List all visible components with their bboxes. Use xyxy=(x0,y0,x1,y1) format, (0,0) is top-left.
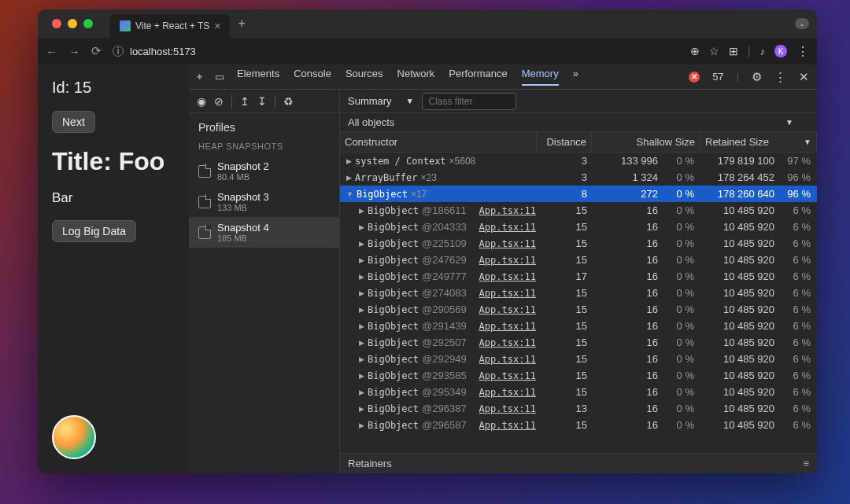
expand-icon[interactable]: ▶ xyxy=(359,289,364,297)
bookmark-icon[interactable]: ☆ xyxy=(709,45,719,57)
next-button[interactable]: Next xyxy=(52,111,95,133)
clear-icon[interactable]: ⊘ xyxy=(214,95,224,108)
log-big-data-button[interactable]: Log Big Data xyxy=(52,220,136,242)
source-location-link[interactable]: App.tsx:11 xyxy=(479,337,536,348)
source-location-link[interactable]: App.tsx:11 xyxy=(479,255,536,266)
tab-close-icon[interactable]: × xyxy=(214,20,220,32)
source-location-link[interactable]: App.tsx:11 xyxy=(479,288,536,299)
site-info-icon[interactable]: i xyxy=(113,46,124,57)
forward-icon[interactable]: → xyxy=(68,45,80,58)
table-row[interactable]: ▶ ArrayBuffer ×2331 3240 %178 264 45296 … xyxy=(340,169,817,186)
tab-sources[interactable]: Sources xyxy=(346,68,383,86)
expand-icon[interactable]: ▼ xyxy=(346,190,353,198)
table-row[interactable]: ▶ BigObject @295349App.tsx:1115160 %10 4… xyxy=(340,384,817,400)
source-location-link[interactable]: App.tsx:11 xyxy=(479,238,536,249)
retainers-menu-icon[interactable]: ≡ xyxy=(803,458,809,469)
col-retained[interactable]: Retained Size▼ xyxy=(700,132,817,152)
expand-icon[interactable]: ▶ xyxy=(359,372,364,380)
source-location-link[interactable]: App.tsx:11 xyxy=(479,304,536,315)
zoom-icon[interactable]: ⊕ xyxy=(690,45,700,57)
snapshot-item[interactable]: Snapshot 280.4 MB xyxy=(189,156,339,186)
source-location-link[interactable]: App.tsx:11 xyxy=(479,205,536,216)
expand-icon[interactable]: ▶ xyxy=(359,339,364,347)
inspect-element-icon[interactable]: ⌖ xyxy=(197,71,202,83)
summary-dropdown[interactable]: Summary ▼ xyxy=(348,95,414,107)
table-row[interactable]: ▶ BigObject @292949App.tsx:1115160 %10 4… xyxy=(340,351,817,367)
download-icon[interactable]: ↧ xyxy=(257,95,267,108)
maximize-window-icon[interactable] xyxy=(83,19,93,28)
expand-icon[interactable]: ▶ xyxy=(359,207,364,215)
source-location-link[interactable]: App.tsx:11 xyxy=(479,222,536,233)
expand-icon[interactable]: ▶ xyxy=(359,322,364,330)
table-row[interactable]: ▶ BigObject @296587App.tsx:1115160 %10 4… xyxy=(340,417,817,433)
browser-menu-icon[interactable]: ⋮ xyxy=(796,44,809,59)
table-row[interactable]: ▶ BigObject @249777App.tsx:1117160 %10 4… xyxy=(340,268,817,285)
table-row[interactable]: ▶ BigObject @291439App.tsx:1115160 %10 4… xyxy=(340,318,817,334)
expand-icon[interactable]: ▶ xyxy=(359,306,364,314)
expand-icon[interactable]: ▶ xyxy=(359,256,364,264)
table-row[interactable]: ▶ BigObject @225109App.tsx:1115160 %10 4… xyxy=(340,235,817,252)
browser-tab[interactable]: Vite + React + TS × xyxy=(110,14,230,38)
table-row[interactable]: ▶ BigObject @296387App.tsx:1113160 %10 4… xyxy=(340,400,817,417)
tab-console[interactable]: Console xyxy=(294,68,331,86)
more-tabs-icon[interactable]: » xyxy=(573,68,578,86)
back-icon[interactable]: ← xyxy=(46,45,57,58)
col-shallow[interactable]: Shallow Size xyxy=(592,132,700,152)
address-box[interactable]: i localhost:5173 xyxy=(113,46,679,57)
expand-icon[interactable]: ▶ xyxy=(346,174,352,182)
table-row[interactable]: ▼ BigObject ×1782720 %178 260 64096 % xyxy=(340,186,817,202)
source-location-link[interactable]: App.tsx:11 xyxy=(479,387,536,398)
tab-performance[interactable]: Performance xyxy=(449,68,507,86)
media-icon[interactable]: ♪ xyxy=(760,46,766,57)
table-row[interactable]: ▶ BigObject @293585App.tsx:1115160 %10 4… xyxy=(340,367,817,384)
table-row[interactable]: ▶ BigObject @290569App.tsx:1115160 %10 4… xyxy=(340,301,817,318)
expand-icon[interactable]: ▶ xyxy=(359,388,364,396)
close-window-icon[interactable] xyxy=(52,19,61,28)
expand-icon[interactable]: ▶ xyxy=(359,223,364,231)
profile-avatar-icon[interactable]: K xyxy=(774,45,787,57)
devtools-menu-icon[interactable]: ⋮ xyxy=(774,70,786,84)
device-toolbar-icon[interactable]: ▭ xyxy=(215,71,224,83)
source-location-link[interactable]: App.tsx:11 xyxy=(479,403,536,414)
tab-overflow-icon[interactable]: ⌄ xyxy=(795,18,809,29)
table-row[interactable]: ▶ system / Context ×56083133 9960 %179 8… xyxy=(340,153,817,169)
source-location-link[interactable]: App.tsx:11 xyxy=(479,420,536,431)
settings-icon[interactable]: ⚙ xyxy=(752,70,762,84)
devtools-close-icon[interactable]: ✕ xyxy=(799,70,809,84)
snapshot-item[interactable]: Snapshot 3133 MB xyxy=(189,186,339,217)
expand-icon[interactable]: ▶ xyxy=(359,355,364,363)
gc-icon[interactable]: ♻ xyxy=(283,95,294,108)
table-row[interactable]: ▶ BigObject @292507App.tsx:1115160 %10 4… xyxy=(340,334,817,351)
all-objects-dropdown[interactable]: All objects ▼ xyxy=(340,113,817,132)
table-row[interactable]: ▶ BigObject @274083App.tsx:1115160 %10 4… xyxy=(340,285,817,301)
tab-elements[interactable]: Elements xyxy=(237,68,279,86)
col-distance[interactable]: Distance xyxy=(537,132,592,152)
new-tab-icon[interactable]: + xyxy=(238,17,245,31)
error-badge-icon[interactable]: ✕ xyxy=(689,72,700,83)
upload-icon[interactable]: ↥ xyxy=(240,95,249,108)
class-filter-input[interactable] xyxy=(422,93,516,110)
retainers-panel[interactable]: Retainers ≡ xyxy=(340,453,817,473)
table-row[interactable]: ▶ BigObject @204333App.tsx:1115160 %10 4… xyxy=(340,219,817,235)
reload-icon[interactable]: ⟳ xyxy=(91,44,102,58)
source-location-link[interactable]: App.tsx:11 xyxy=(479,321,536,332)
shallow-value: 16 xyxy=(592,304,663,315)
expand-icon[interactable]: ▶ xyxy=(346,157,352,165)
expand-icon[interactable]: ▶ xyxy=(359,273,364,281)
expand-icon[interactable]: ▶ xyxy=(359,421,364,429)
table-row[interactable]: ▶ BigObject @186611App.tsx:1115160 %10 4… xyxy=(340,202,817,219)
tab-network[interactable]: Network xyxy=(397,68,435,86)
record-icon[interactable]: ◉ xyxy=(197,95,206,108)
expand-icon[interactable]: ▶ xyxy=(359,405,364,413)
extensions-icon[interactable]: ⊞ xyxy=(729,45,738,57)
tab-memory[interactable]: Memory xyxy=(522,68,559,86)
source-location-link[interactable]: App.tsx:11 xyxy=(479,271,536,282)
snapshot-item[interactable]: Snapshot 4185 MB xyxy=(189,217,339,248)
source-location-link[interactable]: App.tsx:11 xyxy=(479,370,536,381)
col-constructor[interactable]: Constructor xyxy=(340,132,537,152)
table-row[interactable]: ▶ BigObject @247629App.tsx:1115160 %10 4… xyxy=(340,252,817,268)
source-location-link[interactable]: App.tsx:11 xyxy=(479,354,536,365)
retained-pct: 6 % xyxy=(779,204,817,216)
minimize-window-icon[interactable] xyxy=(68,19,77,28)
expand-icon[interactable]: ▶ xyxy=(359,240,364,248)
